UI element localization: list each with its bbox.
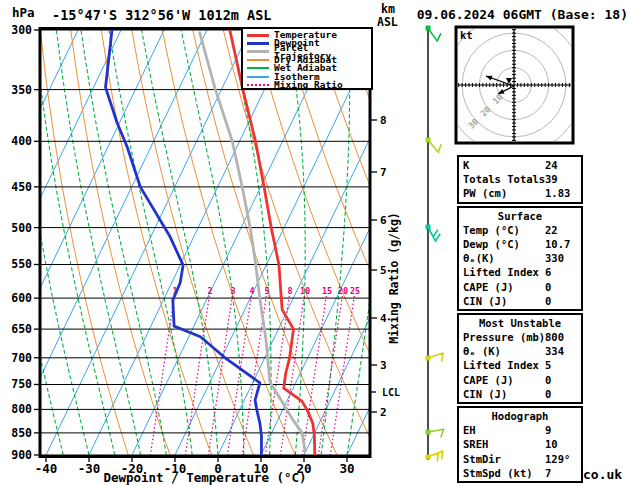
panel-row: K24: [459, 158, 581, 172]
panel-row-value: 0: [545, 373, 551, 387]
svg-text:2: 2: [380, 406, 387, 419]
legend-swatch-dewpoint: [247, 42, 269, 45]
panel-row-label: PW (cm): [459, 187, 507, 199]
svg-text:8: 8: [287, 286, 292, 296]
panel-row-value: 0: [545, 294, 551, 308]
legend-swatch-wet-adiabat: [247, 67, 269, 69]
sounding-chart-page: 1234581015202530035040045050055060065070…: [0, 0, 629, 486]
panel-indices: K24Totals Totals39PW (cm)1.83: [457, 155, 583, 204]
indices-panels: K24Totals Totals39PW (cm)1.83SurfaceTemp…: [457, 155, 583, 483]
panel-row-value: 24: [545, 158, 558, 172]
panel-row: θₑ(K)330: [459, 251, 581, 265]
svg-text:650: 650: [11, 322, 32, 336]
wind-barb-column: [426, 26, 444, 461]
svg-text:300: 300: [11, 23, 32, 37]
panel-row-label: SREH: [459, 438, 488, 450]
svg-text:350: 350: [11, 83, 32, 97]
panel-row-value: 1.83: [545, 186, 570, 200]
svg-text:800: 800: [11, 402, 32, 416]
svg-text:5: 5: [264, 286, 269, 296]
station-title: -15°47'S 312°56'W 1012m ASL: [52, 7, 271, 23]
svg-text:550: 550: [11, 257, 32, 271]
svg-text:6: 6: [380, 214, 387, 227]
panel-row: StmSpd (kt)7: [459, 466, 581, 480]
panel-row-label: Lifted Index: [459, 359, 539, 371]
panel-row-label: CAPE (J): [459, 374, 514, 386]
svg-text:8: 8: [380, 114, 387, 127]
svg-text:4: 4: [249, 286, 254, 296]
panel-row-label: CAPE (J): [459, 281, 514, 293]
lcl-marker-label: LCL: [382, 387, 400, 398]
svg-text:25: 25: [350, 286, 360, 296]
svg-text:600: 600: [11, 291, 32, 305]
panel-row-value: 330: [545, 251, 564, 265]
panel-row: CIN (J)0: [459, 294, 581, 308]
legend-swatch-temperature: [247, 34, 269, 37]
panel-row: PW (cm)1.83: [459, 186, 581, 200]
panel-row-label: Totals Totals: [459, 173, 545, 185]
panel-row-label: K: [459, 159, 469, 171]
hodograph-unit-label: kt: [460, 29, 473, 41]
temperature-axis-label: Dewpoint / Temperature (°C): [40, 470, 370, 485]
svg-text:3: 3: [380, 359, 387, 372]
panel-most-unstable: Most UnstablePressure (mb)800θₑ (K)334Li…: [457, 313, 583, 404]
panel-row: Pressure (mb)800: [459, 330, 581, 344]
panel-row-value: 800: [545, 330, 564, 344]
svg-text:400: 400: [11, 134, 32, 148]
panel-row-value: 39: [545, 172, 558, 186]
svg-text:500: 500: [11, 221, 32, 235]
panel-row-label: StmSpd (kt): [459, 467, 533, 479]
svg-text:5: 5: [380, 264, 387, 277]
panel-surface: SurfaceTemp (°C)22Dewp (°C)10.7θₑ(K)330L…: [457, 206, 583, 311]
panel-row-label: θₑ(K): [459, 252, 495, 264]
svg-text:700: 700: [11, 351, 32, 365]
panel-row: EH9: [459, 423, 581, 437]
panel-row-label: EH: [459, 424, 476, 436]
svg-text:3: 3: [230, 286, 235, 296]
svg-text:7: 7: [380, 166, 387, 179]
mixing-ratio-lines: [150, 296, 354, 455]
panel-row-value: 10.7: [545, 237, 570, 251]
altitude-axis-unit-km: km: [381, 2, 395, 16]
sounding-curves: [106, 30, 315, 455]
panel-row-value: 334: [545, 344, 564, 358]
mixing-ratio-labels: 12345810152025: [172, 286, 360, 296]
mixing-ratio-axis-label: Mixing Ratio (g/kg): [387, 212, 401, 344]
panel-row: CIN (J)0: [459, 387, 581, 401]
temperature-curve: [230, 30, 315, 455]
panel-row: Totals Totals39: [459, 172, 581, 186]
legend-swatch-mixing-ratio: [247, 84, 269, 86]
panel-row: Temp (°C)22: [459, 223, 581, 237]
panel-row-value: 7: [545, 466, 551, 480]
panel-row: SREH10: [459, 437, 581, 451]
legend-swatch-isotherm: [247, 76, 269, 78]
svg-text:2: 2: [207, 286, 212, 296]
legend-item: Mixing Ratio: [243, 81, 371, 89]
panel-row: CAPE (J)0: [459, 280, 581, 294]
svg-text:900: 900: [11, 448, 32, 462]
panel-row: CAPE (J)0: [459, 373, 581, 387]
pressure-axis-unit: hPa: [12, 5, 35, 20]
legend-swatch-dry-adiabat: [247, 59, 269, 61]
panel-hodograph: HodographEH9SREH10StmDir129°StmSpd (kt)7: [457, 406, 583, 483]
legend-label: Mixing Ratio: [274, 81, 343, 89]
pressure-axis: 300350400450500550600650700750800850900: [11, 23, 40, 462]
svg-text:850: 850: [11, 426, 32, 440]
panel-row-value: 129°: [545, 452, 570, 466]
panel-title: Most Unstable: [459, 316, 581, 330]
altitude-axis-unit-asl: ASL: [377, 15, 398, 29]
panel-row-label: CIN (J): [459, 295, 507, 307]
legend-swatch-parcel-trajectory: [247, 50, 269, 53]
panel-row-value: 22: [545, 223, 558, 237]
panel-row: Lifted Index5: [459, 358, 581, 372]
panel-row-value: 0: [545, 280, 551, 294]
panel-row-value: 9: [545, 423, 551, 437]
panel-row: StmDir129°: [459, 452, 581, 466]
panel-row-value: 5: [545, 358, 551, 372]
wet-adiabat-lines: [0, 30, 447, 455]
panel-title: Hodograph: [459, 409, 581, 423]
panel-row: Lifted Index6: [459, 265, 581, 279]
chart-legend: TemperatureDewpointParcel TrajectoryDry …: [241, 27, 373, 90]
svg-text:20: 20: [338, 286, 348, 296]
panel-row-label: Pressure (mb): [459, 331, 545, 343]
